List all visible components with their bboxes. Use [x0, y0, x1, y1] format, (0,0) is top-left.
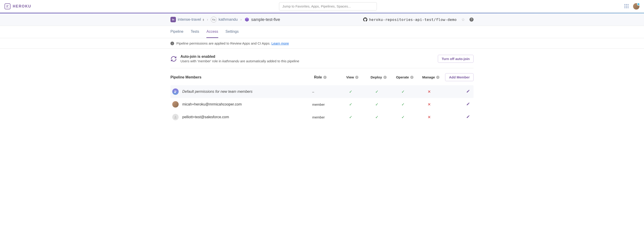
- table-row: micah+heroku@mrmicahcooper.commember✓✓✓✕: [170, 98, 474, 111]
- edit-cell: [442, 89, 472, 94]
- info-icon: i: [410, 76, 414, 79]
- edit-cell: [442, 115, 472, 119]
- col-operate: Operatei: [392, 75, 418, 79]
- table-row: pelliott+test@salesforce.commember✓✓✓✕: [170, 111, 474, 123]
- perm-view: ✓: [338, 89, 364, 94]
- app-hex-icon: [244, 17, 250, 22]
- tabs: PipelineTestsAccessSettings: [170, 26, 474, 38]
- edit-cell: [442, 102, 472, 107]
- team-switch-icon[interactable]: ▴▾: [203, 18, 204, 21]
- table-row: Default permissions for new team members…: [170, 85, 474, 98]
- favorite-star-icon[interactable]: ☆: [461, 17, 465, 22]
- perm-deploy: ✓: [364, 102, 390, 107]
- tab-settings[interactable]: Settings: [226, 26, 239, 38]
- perm-manage: ✕: [416, 102, 442, 107]
- edit-icon[interactable]: [466, 102, 470, 106]
- svg-point-4: [175, 116, 176, 117]
- breadcrumb-org[interactable]: Ka kathmandu: [211, 16, 238, 22]
- team-badge: In: [170, 17, 176, 22]
- svg-point-3: [176, 91, 176, 92]
- sync-icon: [170, 56, 177, 62]
- info-banner: i Pipeline permissions are applied to Re…: [170, 38, 474, 48]
- top-bar: HEROKU: [0, 0, 644, 13]
- heroku-logo-icon: [4, 3, 10, 9]
- col-role: Rolei: [313, 75, 339, 79]
- member-avatar: [172, 101, 179, 108]
- edit-icon[interactable]: [466, 89, 470, 93]
- heroku-logo[interactable]: HEROKU: [4, 3, 31, 9]
- autojoin-panel: Auto-join is enabled Users with 'member'…: [170, 49, 474, 68]
- member-role: member: [311, 103, 338, 106]
- info-icon: i: [384, 76, 387, 79]
- perm-operate: ✓: [390, 115, 416, 120]
- member-name: micah+heroku@mrmicahcooper.com: [182, 102, 311, 106]
- help-icon[interactable]: ?: [470, 17, 474, 21]
- chevron-right-icon: ›: [207, 17, 208, 21]
- github-icon: [363, 17, 367, 21]
- perm-deploy: ✓: [364, 89, 390, 94]
- col-view: Viewi: [339, 75, 366, 79]
- breadcrumb-app[interactable]: sample-test-five: [244, 17, 280, 22]
- turn-off-autojoin-button[interactable]: Turn off auto-join: [438, 55, 474, 63]
- member-name: pelliott+test@salesforce.com: [182, 115, 311, 119]
- github-repo-link[interactable]: heroku-repositories-api-test/flow-demo: [363, 17, 457, 22]
- tab-access[interactable]: Access: [206, 26, 218, 38]
- member-avatar: [172, 88, 179, 95]
- col-deploy: Deployi: [366, 75, 392, 79]
- perm-manage: ✕: [416, 115, 442, 120]
- info-icon: i: [170, 42, 174, 45]
- info-icon: i: [355, 76, 358, 79]
- autojoin-description: Users with 'member' role in kathmandu ar…: [180, 59, 299, 63]
- member-avatar: [172, 114, 179, 120]
- tab-tests[interactable]: Tests: [191, 26, 199, 38]
- svg-point-2: [174, 90, 176, 92]
- add-member-button[interactable]: Add Member: [445, 73, 474, 81]
- member-name: Default permissions for new team members: [182, 90, 311, 94]
- col-manage: Managei: [418, 75, 444, 79]
- tab-pipeline[interactable]: Pipeline: [170, 26, 184, 38]
- perm-manage: ✕: [416, 89, 442, 94]
- perm-view: ✓: [338, 115, 364, 120]
- breadcrumb-team[interactable]: In intense-travel ▴▾: [170, 17, 204, 22]
- member-role: member: [311, 115, 338, 119]
- app-switcher-icon[interactable]: [624, 4, 629, 9]
- search-input[interactable]: [279, 2, 377, 10]
- members-table-header: Pipeline Members Rolei Viewi Deployi Ope…: [170, 68, 474, 85]
- members-title: Pipeline Members: [170, 75, 313, 79]
- breadcrumb: In intense-travel ▴▾ › Ka kathmandu › sa…: [170, 13, 474, 26]
- edit-icon[interactable]: [466, 115, 470, 118]
- member-role: –: [311, 90, 338, 94]
- learn-more-link[interactable]: Learn more: [272, 41, 289, 45]
- perm-operate: ✓: [390, 102, 416, 107]
- info-icon: i: [436, 76, 440, 79]
- chevron-right-icon: ›: [240, 17, 242, 21]
- autojoin-title: Auto-join is enabled: [180, 55, 299, 59]
- perm-operate: ✓: [390, 89, 416, 94]
- brand-text: HEROKU: [13, 4, 31, 8]
- perm-deploy: ✓: [364, 115, 390, 120]
- org-badge: Ka: [211, 16, 217, 22]
- perm-view: ✓: [338, 102, 364, 107]
- user-avatar[interactable]: [633, 3, 640, 9]
- info-icon: i: [323, 76, 326, 79]
